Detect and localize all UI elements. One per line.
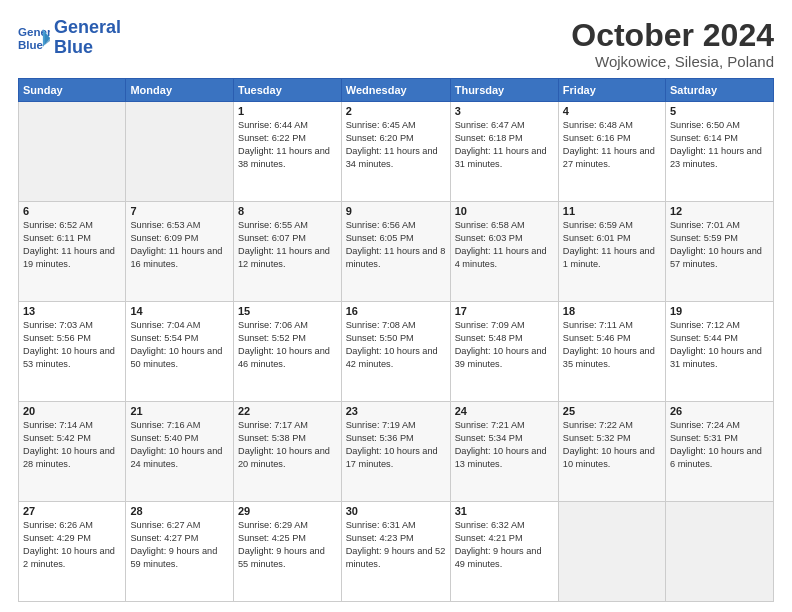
header: General Blue General Blue October 2024 W…	[18, 18, 774, 70]
day-number: 30	[346, 505, 446, 517]
week-row-2: 6Sunrise: 6:52 AM Sunset: 6:11 PM Daylig…	[19, 202, 774, 302]
day-cell: 3Sunrise: 6:47 AM Sunset: 6:18 PM Daylig…	[450, 102, 558, 202]
day-cell: 30Sunrise: 6:31 AM Sunset: 4:23 PM Dayli…	[341, 502, 450, 602]
day-cell	[558, 502, 665, 602]
day-content: Sunrise: 7:01 AM Sunset: 5:59 PM Dayligh…	[670, 219, 769, 271]
col-header-monday: Monday	[126, 79, 234, 102]
day-cell: 20Sunrise: 7:14 AM Sunset: 5:42 PM Dayli…	[19, 402, 126, 502]
day-cell: 4Sunrise: 6:48 AM Sunset: 6:16 PM Daylig…	[558, 102, 665, 202]
day-number: 23	[346, 405, 446, 417]
day-content: Sunrise: 7:21 AM Sunset: 5:34 PM Dayligh…	[455, 419, 554, 471]
day-cell	[126, 102, 234, 202]
day-content: Sunrise: 7:24 AM Sunset: 5:31 PM Dayligh…	[670, 419, 769, 471]
day-cell: 19Sunrise: 7:12 AM Sunset: 5:44 PM Dayli…	[665, 302, 773, 402]
day-content: Sunrise: 6:47 AM Sunset: 6:18 PM Dayligh…	[455, 119, 554, 171]
day-content: Sunrise: 6:26 AM Sunset: 4:29 PM Dayligh…	[23, 519, 121, 571]
col-header-friday: Friday	[558, 79, 665, 102]
day-number: 11	[563, 205, 661, 217]
day-cell: 18Sunrise: 7:11 AM Sunset: 5:46 PM Dayli…	[558, 302, 665, 402]
day-number: 29	[238, 505, 337, 517]
week-row-5: 27Sunrise: 6:26 AM Sunset: 4:29 PM Dayli…	[19, 502, 774, 602]
day-number: 10	[455, 205, 554, 217]
week-row-1: 1Sunrise: 6:44 AM Sunset: 6:22 PM Daylig…	[19, 102, 774, 202]
day-content: Sunrise: 6:50 AM Sunset: 6:14 PM Dayligh…	[670, 119, 769, 171]
day-cell: 5Sunrise: 6:50 AM Sunset: 6:14 PM Daylig…	[665, 102, 773, 202]
day-content: Sunrise: 7:14 AM Sunset: 5:42 PM Dayligh…	[23, 419, 121, 471]
col-header-wednesday: Wednesday	[341, 79, 450, 102]
day-number: 25	[563, 405, 661, 417]
day-content: Sunrise: 6:59 AM Sunset: 6:01 PM Dayligh…	[563, 219, 661, 271]
day-content: Sunrise: 7:11 AM Sunset: 5:46 PM Dayligh…	[563, 319, 661, 371]
day-number: 9	[346, 205, 446, 217]
day-number: 13	[23, 305, 121, 317]
day-number: 28	[130, 505, 229, 517]
day-content: Sunrise: 6:55 AM Sunset: 6:07 PM Dayligh…	[238, 219, 337, 271]
day-number: 22	[238, 405, 337, 417]
day-number: 24	[455, 405, 554, 417]
day-number: 17	[455, 305, 554, 317]
col-header-tuesday: Tuesday	[234, 79, 342, 102]
col-header-thursday: Thursday	[450, 79, 558, 102]
day-cell: 12Sunrise: 7:01 AM Sunset: 5:59 PM Dayli…	[665, 202, 773, 302]
day-cell: 28Sunrise: 6:27 AM Sunset: 4:27 PM Dayli…	[126, 502, 234, 602]
day-content: Sunrise: 6:44 AM Sunset: 6:22 PM Dayligh…	[238, 119, 337, 171]
day-cell: 27Sunrise: 6:26 AM Sunset: 4:29 PM Dayli…	[19, 502, 126, 602]
col-header-sunday: Sunday	[19, 79, 126, 102]
svg-text:Blue: Blue	[18, 38, 44, 50]
day-cell: 31Sunrise: 6:32 AM Sunset: 4:21 PM Dayli…	[450, 502, 558, 602]
day-content: Sunrise: 7:17 AM Sunset: 5:38 PM Dayligh…	[238, 419, 337, 471]
day-content: Sunrise: 6:48 AM Sunset: 6:16 PM Dayligh…	[563, 119, 661, 171]
day-content: Sunrise: 7:03 AM Sunset: 5:56 PM Dayligh…	[23, 319, 121, 371]
day-cell: 13Sunrise: 7:03 AM Sunset: 5:56 PM Dayli…	[19, 302, 126, 402]
day-content: Sunrise: 7:08 AM Sunset: 5:50 PM Dayligh…	[346, 319, 446, 371]
day-content: Sunrise: 6:56 AM Sunset: 6:05 PM Dayligh…	[346, 219, 446, 271]
day-content: Sunrise: 6:32 AM Sunset: 4:21 PM Dayligh…	[455, 519, 554, 571]
week-row-3: 13Sunrise: 7:03 AM Sunset: 5:56 PM Dayli…	[19, 302, 774, 402]
day-cell: 14Sunrise: 7:04 AM Sunset: 5:54 PM Dayli…	[126, 302, 234, 402]
day-content: Sunrise: 7:06 AM Sunset: 5:52 PM Dayligh…	[238, 319, 337, 371]
day-cell: 21Sunrise: 7:16 AM Sunset: 5:40 PM Dayli…	[126, 402, 234, 502]
day-cell: 29Sunrise: 6:29 AM Sunset: 4:25 PM Dayli…	[234, 502, 342, 602]
day-content: Sunrise: 6:27 AM Sunset: 4:27 PM Dayligh…	[130, 519, 229, 571]
calendar-table: SundayMondayTuesdayWednesdayThursdayFrid…	[18, 78, 774, 602]
day-content: Sunrise: 7:16 AM Sunset: 5:40 PM Dayligh…	[130, 419, 229, 471]
day-number: 12	[670, 205, 769, 217]
week-row-4: 20Sunrise: 7:14 AM Sunset: 5:42 PM Dayli…	[19, 402, 774, 502]
day-cell: 17Sunrise: 7:09 AM Sunset: 5:48 PM Dayli…	[450, 302, 558, 402]
logo-icon: General Blue	[18, 22, 50, 54]
header-row: SundayMondayTuesdayWednesdayThursdayFrid…	[19, 79, 774, 102]
day-cell: 16Sunrise: 7:08 AM Sunset: 5:50 PM Dayli…	[341, 302, 450, 402]
day-cell: 15Sunrise: 7:06 AM Sunset: 5:52 PM Dayli…	[234, 302, 342, 402]
day-number: 20	[23, 405, 121, 417]
day-content: Sunrise: 7:04 AM Sunset: 5:54 PM Dayligh…	[130, 319, 229, 371]
day-number: 6	[23, 205, 121, 217]
day-number: 4	[563, 105, 661, 117]
day-cell: 25Sunrise: 7:22 AM Sunset: 5:32 PM Dayli…	[558, 402, 665, 502]
day-cell	[665, 502, 773, 602]
day-content: Sunrise: 6:29 AM Sunset: 4:25 PM Dayligh…	[238, 519, 337, 571]
day-number: 15	[238, 305, 337, 317]
day-number: 27	[23, 505, 121, 517]
location: Wojkowice, Silesia, Poland	[571, 53, 774, 70]
day-content: Sunrise: 7:19 AM Sunset: 5:36 PM Dayligh…	[346, 419, 446, 471]
day-number: 1	[238, 105, 337, 117]
day-cell: 10Sunrise: 6:58 AM Sunset: 6:03 PM Dayli…	[450, 202, 558, 302]
day-cell: 1Sunrise: 6:44 AM Sunset: 6:22 PM Daylig…	[234, 102, 342, 202]
day-number: 31	[455, 505, 554, 517]
day-cell: 24Sunrise: 7:21 AM Sunset: 5:34 PM Dayli…	[450, 402, 558, 502]
day-content: Sunrise: 6:45 AM Sunset: 6:20 PM Dayligh…	[346, 119, 446, 171]
title-area: October 2024 Wojkowice, Silesia, Poland	[571, 18, 774, 70]
day-number: 5	[670, 105, 769, 117]
logo-line1: General Blue	[54, 18, 121, 58]
day-number: 14	[130, 305, 229, 317]
day-cell: 22Sunrise: 7:17 AM Sunset: 5:38 PM Dayli…	[234, 402, 342, 502]
day-cell	[19, 102, 126, 202]
day-number: 3	[455, 105, 554, 117]
day-content: Sunrise: 6:31 AM Sunset: 4:23 PM Dayligh…	[346, 519, 446, 571]
month-title: October 2024	[571, 18, 774, 53]
day-number: 7	[130, 205, 229, 217]
day-cell: 26Sunrise: 7:24 AM Sunset: 5:31 PM Dayli…	[665, 402, 773, 502]
day-number: 8	[238, 205, 337, 217]
day-number: 2	[346, 105, 446, 117]
day-number: 18	[563, 305, 661, 317]
